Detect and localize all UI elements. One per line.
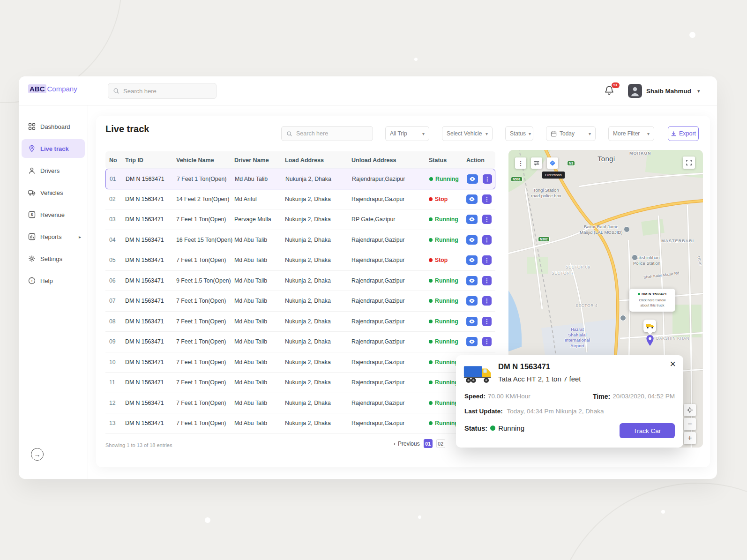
zoom-in-button[interactable]: + <box>684 432 696 444</box>
directions-tooltip: Directions <box>542 172 565 179</box>
page-button-01[interactable]: 01 <box>424 439 433 448</box>
filter-all-trip[interactable]: All Trip▾ <box>385 126 429 141</box>
notifications-button[interactable]: 9+ <box>604 85 617 98</box>
cell-load: Nukunja 2, Dhaka <box>285 257 351 263</box>
eye-icon <box>469 177 476 181</box>
cell-no: 11 <box>109 379 125 386</box>
chevron-down-icon: ▾ <box>422 131 425 136</box>
sidebar-item-revenue[interactable]: $Revenue <box>22 205 85 224</box>
view-button[interactable] <box>466 337 478 346</box>
view-button[interactable] <box>466 296 478 306</box>
map-layers-button[interactable] <box>531 157 542 169</box>
table-row[interactable]: 13DM N 15634717 Feet 1 Ton(Open)Md Abu T… <box>105 413 495 434</box>
poi-icon <box>624 226 630 232</box>
column-header: No <box>109 157 125 164</box>
view-button[interactable] <box>466 215 478 224</box>
table-row[interactable]: 05DM N 15634717 Feet 1 Ton(Open)Md Abu T… <box>105 250 495 271</box>
status-badge: Stop <box>429 196 466 202</box>
row-menu-button[interactable]: ⋮ <box>482 255 492 265</box>
close-button[interactable]: × <box>670 359 676 369</box>
sidebar-item-vehicles[interactable]: Vehicles <box>22 183 85 202</box>
sidebar-nav: DashboardLive trackDriversVehicles$Reven… <box>19 117 88 293</box>
logo[interactable]: ABCCompany <box>28 85 77 93</box>
sidebar-item-dashboard[interactable]: Dashboard <box>22 117 85 136</box>
cell-no: 01 <box>110 176 126 182</box>
view-button[interactable] <box>466 194 478 204</box>
table-row[interactable]: 09DM N 15634717 Feet 1 Ton(Open)Md Abu T… <box>105 332 495 352</box>
map-directions-button[interactable] <box>547 157 558 169</box>
cell-driver: Md Abu Talib <box>234 420 285 426</box>
table-row[interactable]: 07DM N 15634717 Feet 1 Ton(Open)Md Abu T… <box>105 291 495 312</box>
row-menu-button[interactable]: ⋮ <box>482 337 492 346</box>
row-menu-button[interactable]: ⋮ <box>482 296 492 306</box>
cell-vehicle: 7 Feet 1 Ton(Open) <box>176 420 234 426</box>
table-row[interactable]: 06DM N 15634719 Feet 1.5 Ton(Open)Md Abu… <box>105 271 495 291</box>
table-row[interactable]: 10DM N 15634717 Feet 1 Ton(Open)Md Abu T… <box>105 352 495 373</box>
svg-text:$: $ <box>31 212 33 217</box>
sidebar-item-help[interactable]: !Help <box>22 271 85 290</box>
row-menu-button[interactable]: ⋮ <box>482 317 492 326</box>
export-button[interactable]: Export <box>668 126 699 141</box>
global-search[interactable] <box>108 83 217 99</box>
location-pin-icon[interactable] <box>646 335 654 346</box>
truck-marker[interactable] <box>643 320 656 332</box>
view-button[interactable] <box>466 235 478 245</box>
status-badge: Running <box>429 318 466 325</box>
help-icon: ! <box>28 277 36 284</box>
gear-icon <box>28 255 36 262</box>
status-badge: Running <box>429 298 466 304</box>
page-button-02[interactable]: 02 <box>436 439 445 448</box>
table-row[interactable]: 08DM N 15634717 Feet 1 Ton(Open)Md Abu T… <box>105 312 495 332</box>
speed-value: 70.00 KM/Hour <box>488 393 530 400</box>
table-search[interactable] <box>281 126 373 141</box>
table-search-input[interactable] <box>296 130 368 137</box>
cell-load: Nukunja 2, Dhaka <box>285 196 351 202</box>
row-menu-button[interactable]: ⋮ <box>482 215 492 224</box>
view-button[interactable] <box>466 255 478 265</box>
vehicle-map-tooltip[interactable]: DM N 1563471 Click here t knowabout this… <box>629 289 675 312</box>
cell-driver: Pervage Mulla <box>234 216 285 223</box>
sidebar-item-settings[interactable]: Settings <box>22 249 85 268</box>
row-menu-button[interactable]: ⋮ <box>482 194 492 204</box>
chevron-down-icon: ▾ <box>529 131 531 136</box>
person-icon <box>28 167 36 174</box>
view-button[interactable] <box>467 174 478 184</box>
search-icon <box>286 131 292 137</box>
speed-label: Speed: <box>464 393 486 400</box>
sidebar-collapse-button[interactable]: → <box>31 448 44 461</box>
view-button[interactable] <box>466 276 478 285</box>
map-fullscreen-button[interactable] <box>683 157 695 169</box>
filter-select-vehicle[interactable]: Select Vehicle▾ <box>442 126 493 141</box>
track-car-button[interactable]: Track Car <box>620 423 675 438</box>
table-row[interactable]: 04DM N 156347116 Feet 15 Ton(Open)Md Abu… <box>105 230 495 251</box>
target-icon <box>687 407 693 413</box>
user-menu[interactable]: Shaib Mahmud ▾ <box>628 82 700 99</box>
filter-more-filter[interactable]: More Filter▾ <box>608 126 654 141</box>
table-row[interactable]: 12DM N 15634717 Feet 1 Ton(Open)Md Abu T… <box>105 393 495 414</box>
row-menu-button[interactable]: ⋮ <box>483 174 492 184</box>
cell-unload: Rajendrapur,Gazipur <box>351 298 429 304</box>
tooltip-vehicle-id: DM N 1563471 <box>632 292 672 296</box>
zoom-out-button[interactable]: − <box>684 418 696 430</box>
filter-status[interactable]: Status▾ <box>505 126 533 141</box>
search-icon <box>113 88 120 94</box>
table-row[interactable]: 01DM N 15634717 Feet 1 Ton(Open)Md Abu T… <box>105 169 495 189</box>
cell-unload: Rajendrapur,Gazipur <box>351 196 429 202</box>
table-row[interactable]: 03DM N 15634717 Feet 1 Ton(Open)Pervage … <box>105 209 495 230</box>
table-row[interactable]: 11DM N 15634717 Feet 1 Ton(Open)Md Abu T… <box>105 373 495 393</box>
view-button[interactable] <box>466 317 478 326</box>
row-menu-button[interactable]: ⋮ <box>482 276 492 285</box>
filter-today[interactable]: Today▾ <box>546 126 596 141</box>
table-row[interactable]: 02DM N 156347114 Feet 2 Ton(Open)Md Arif… <box>105 189 495 210</box>
my-location-button[interactable] <box>684 404 696 416</box>
sidebar-item-reports[interactable]: Reports▸ <box>22 227 85 246</box>
cell-unload: Rajendrapur,Gazipur <box>351 379 429 386</box>
decor-dot <box>205 517 210 523</box>
sidebar-item-drivers[interactable]: Drivers <box>22 161 85 180</box>
filter-label: Select Vehicle <box>447 130 482 137</box>
row-menu-button[interactable]: ⋮ <box>482 235 492 245</box>
global-search-input[interactable] <box>123 88 211 95</box>
previous-page-button[interactable]: ‹Previous <box>394 441 420 447</box>
sidebar-item-live-track[interactable]: Live track <box>22 139 85 158</box>
map-menu-button[interactable]: ⋮ <box>515 157 526 169</box>
